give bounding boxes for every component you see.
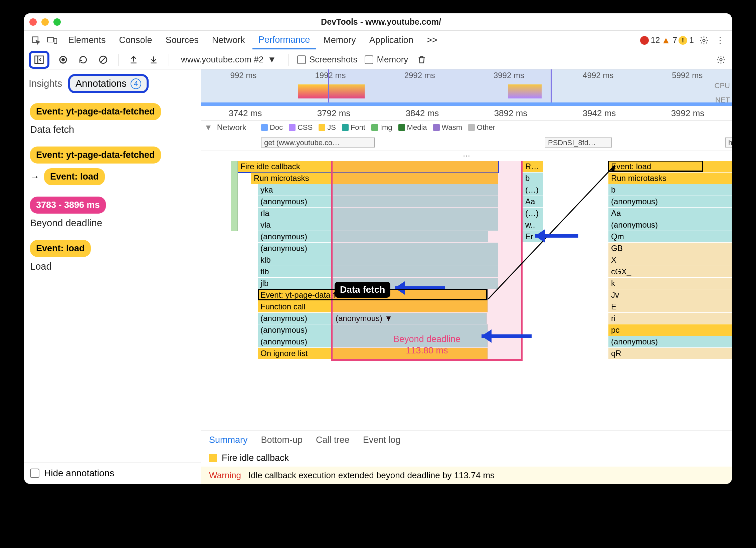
flame-entry[interactable]: (anonymous) bbox=[608, 196, 732, 207]
legend-font: Font bbox=[342, 123, 365, 132]
flame-entry[interactable]: (anonymous) bbox=[608, 219, 732, 231]
tab-bottom-up[interactable]: Bottom-up bbox=[261, 435, 303, 445]
minimize-icon[interactable] bbox=[41, 18, 49, 26]
svg-rect-1 bbox=[47, 37, 53, 42]
warnings-badge[interactable]: ▲7 bbox=[661, 35, 677, 46]
sidebar-toggle-icon[interactable] bbox=[33, 53, 45, 66]
gear-icon[interactable] bbox=[697, 33, 711, 48]
close-icon[interactable] bbox=[29, 18, 37, 26]
screenshots-checkbox[interactable]: Screenshots bbox=[297, 54, 358, 65]
svg-rect-2 bbox=[54, 38, 57, 43]
flame-entry[interactable]: b bbox=[523, 173, 543, 184]
overview-selection[interactable] bbox=[328, 69, 552, 106]
tab-application[interactable]: Application bbox=[363, 32, 419, 49]
annotations-list: Event: yt-page-data-fetched Data fetch E… bbox=[24, 96, 201, 462]
flame-entry[interactable]: Jv bbox=[608, 289, 732, 301]
capture-settings-icon[interactable] bbox=[715, 53, 727, 66]
window-title: DevTools - www.youtube.com/ bbox=[65, 17, 727, 27]
svg-point-3 bbox=[703, 39, 705, 41]
details-tabs: Summary Bottom-up Call tree Event log bbox=[201, 431, 732, 449]
legend-css: CSS bbox=[289, 123, 313, 132]
flame-entry[interactable]: Qm bbox=[608, 231, 732, 242]
flame-entry[interactable]: cGX_ bbox=[608, 266, 732, 277]
download-icon[interactable] bbox=[147, 53, 160, 66]
tab-event-log[interactable]: Event log bbox=[363, 435, 401, 445]
tab-console[interactable]: Console bbox=[113, 32, 158, 49]
svg-point-7 bbox=[61, 58, 65, 61]
annotation-item[interactable]: Event: load Load bbox=[30, 240, 195, 272]
flame-entry[interactable]: w.. bbox=[523, 219, 543, 231]
tab-insights[interactable]: Insights bbox=[29, 78, 62, 89]
event-color-swatch bbox=[209, 454, 217, 462]
flame-entry[interactable]: pc bbox=[608, 324, 732, 336]
legend-img: Img bbox=[371, 123, 392, 132]
legend-doc: Doc bbox=[261, 123, 283, 132]
warning-label: Warning bbox=[209, 470, 241, 481]
flame-entry[interactable]: (anonymous) bbox=[258, 313, 331, 324]
upload-icon[interactable] bbox=[127, 53, 140, 66]
target-select[interactable]: www.youtube.com #2▼ bbox=[178, 52, 279, 67]
reload-icon[interactable] bbox=[77, 53, 89, 66]
window-controls bbox=[29, 18, 61, 26]
tab-call-tree[interactable]: Call tree bbox=[316, 435, 350, 445]
issues-badge[interactable]: !1 bbox=[679, 35, 694, 45]
network-track[interactable]: ▼ Network DocCSSJSFontImgMediaWasmOther … bbox=[201, 121, 732, 151]
tab-sources[interactable]: Sources bbox=[160, 32, 205, 49]
annotation-data-fetch: Data fetch bbox=[335, 282, 390, 298]
flame-entry[interactable]: X bbox=[608, 254, 732, 266]
tabs-overflow[interactable]: >> bbox=[421, 32, 443, 49]
flame-entry[interactable]: GB bbox=[608, 243, 732, 254]
arrow-icon: → bbox=[30, 172, 39, 182]
tab-performance[interactable]: Performance bbox=[252, 31, 316, 49]
perf-toolbar: www.youtube.com #2▼ Screenshots Memory bbox=[24, 50, 732, 69]
more-icon[interactable]: ⋮ bbox=[713, 33, 727, 48]
flame-entry[interactable]: k bbox=[608, 278, 732, 289]
flame-entry[interactable]: b bbox=[608, 184, 732, 196]
summary-title-row: Fire idle callback bbox=[201, 449, 732, 467]
overview[interactable]: 992 ms 1992 ms 2992 ms 3992 ms 4992 ms 5… bbox=[201, 69, 732, 106]
flame-entry[interactable]: Aa bbox=[523, 196, 543, 207]
legend-wasm: Wasm bbox=[433, 123, 462, 132]
legend-other: Other bbox=[468, 123, 495, 132]
range-annotation: Beyond deadline 113.80 ms bbox=[331, 161, 523, 361]
flame-entry[interactable]: R… bbox=[523, 161, 543, 172]
network-request[interactable]: hq bbox=[725, 138, 732, 148]
device-icon[interactable] bbox=[45, 33, 59, 48]
tab-elements[interactable]: Elements bbox=[62, 32, 112, 49]
record-icon[interactable] bbox=[57, 53, 69, 66]
flame-entry[interactable]: (…) bbox=[523, 208, 543, 219]
time-ruler[interactable]: 3742 ms3792 ms3842 ms 3892 ms3942 ms3992… bbox=[201, 106, 732, 121]
svg-point-10 bbox=[720, 58, 722, 61]
inspect-icon[interactable] bbox=[29, 33, 43, 48]
flame-entry[interactable]: (…) bbox=[523, 184, 543, 196]
network-request[interactable]: PSDnSI_8fd… bbox=[545, 138, 612, 148]
clear-icon[interactable] bbox=[97, 53, 110, 66]
memory-checkbox[interactable]: Memory bbox=[365, 54, 408, 65]
flame-chart[interactable]: Beyond deadline 113.80 ms Data fetch Loa… bbox=[201, 161, 732, 431]
flame-entry[interactable]: (anonymous) bbox=[608, 336, 732, 347]
zoom-icon[interactable] bbox=[53, 18, 61, 26]
flame-entry[interactable]: Run microtasks bbox=[608, 173, 732, 184]
annotations-sidebar: Insights Annotations 4 Event: yt-page-da… bbox=[24, 69, 201, 484]
tab-network[interactable]: Network bbox=[206, 32, 251, 49]
flame-entry[interactable]: Aa bbox=[608, 208, 732, 219]
annotation-item[interactable]: Event: yt-page-data-fetched → Event: loa… bbox=[30, 147, 195, 185]
flame-entry[interactable]: Er bbox=[523, 231, 543, 242]
annotations-count: 4 bbox=[131, 78, 141, 89]
devtools-window: DevTools - www.youtube.com/ Elements Con… bbox=[24, 13, 732, 484]
sidebar-toggle-highlight bbox=[29, 51, 49, 69]
annotation-item[interactable]: 3783 - 3896 ms Beyond deadline bbox=[30, 197, 195, 229]
errors-badge[interactable]: 12 bbox=[640, 35, 660, 45]
flame-entry[interactable]: E bbox=[608, 301, 732, 312]
annotation-item[interactable]: Event: yt-page-data-fetched Data fetch bbox=[30, 103, 195, 135]
tab-annotations[interactable]: Annotations 4 bbox=[68, 74, 149, 93]
network-request[interactable]: get (www.youtube.co… bbox=[261, 138, 375, 148]
flame-entry[interactable]: ri bbox=[608, 313, 732, 324]
flame-entry[interactable]: qR bbox=[608, 348, 732, 359]
gc-icon[interactable] bbox=[415, 53, 428, 66]
tab-summary[interactable]: Summary bbox=[209, 435, 248, 445]
legend-js: JS bbox=[319, 123, 336, 132]
legend-media: Media bbox=[398, 123, 427, 132]
tab-memory[interactable]: Memory bbox=[317, 32, 362, 49]
hide-annotations-checkbox[interactable]: Hide annotations bbox=[24, 462, 201, 484]
